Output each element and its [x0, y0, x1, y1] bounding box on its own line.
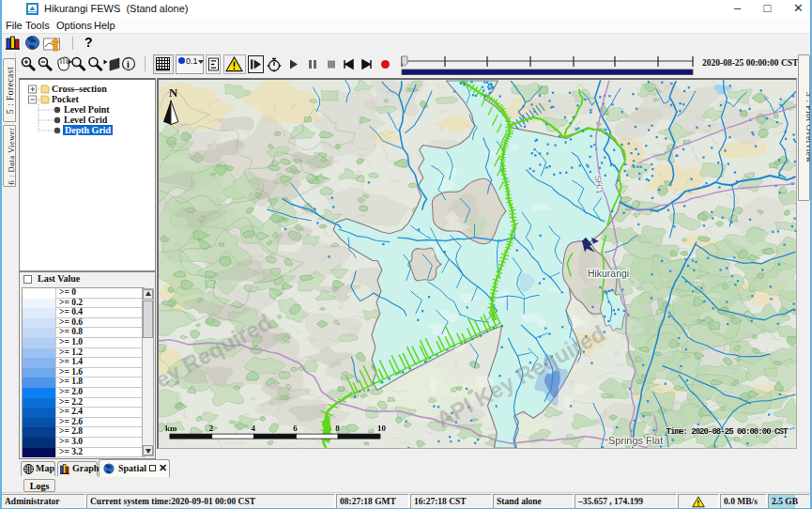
svg-text:N: N: [169, 85, 178, 100]
svg-text:2: 2: [209, 424, 214, 433]
svg-text:SH 1: SH 1: [593, 175, 605, 194]
svg-text:Time: 2020-08-25 00:00:00 CST: Time: 2020-08-25 00:00:00 CST: [666, 426, 789, 437]
svg-text:Hikurangi: Hikurangi: [588, 269, 629, 279]
svg-text:10: 10: [377, 424, 386, 433]
svg-text:6: 6: [293, 424, 298, 433]
svg-text:4: 4: [252, 424, 256, 433]
svg-text:i: i: [127, 59, 130, 69]
svg-text:8: 8: [335, 424, 340, 433]
svg-text:Springs Flat: Springs Flat: [608, 435, 663, 446]
svg-text:km: km: [165, 424, 177, 433]
